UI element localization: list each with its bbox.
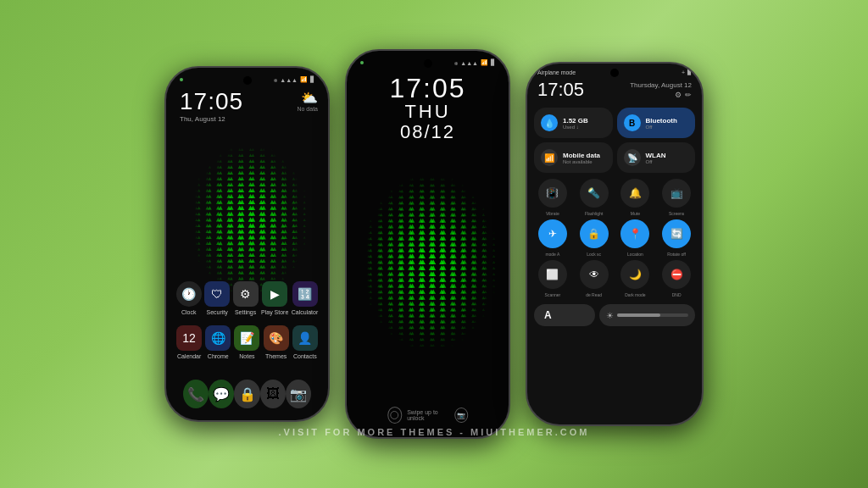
cc-storage-card[interactable]: 💧 1.52 GB Used ↓ (534, 108, 613, 138)
svg-marker-536 (473, 208, 476, 210)
svg-marker-27 (240, 159, 243, 163)
app-calendar[interactable]: 12 Calendar (176, 325, 202, 359)
btn-location[interactable]: 📍 Location (617, 219, 654, 257)
svg-marker-732 (369, 261, 372, 264)
svg-marker-80 (261, 177, 265, 180)
dock-camera[interactable]: 📷 (286, 380, 311, 408)
svg-marker-254 (195, 230, 198, 233)
svg-marker-1031 (453, 338, 455, 341)
app-settings[interactable]: ⚙ Settings (233, 281, 259, 315)
cc-wlan-card[interactable]: 📡 WLAN Off (617, 142, 696, 173)
btn-scanner[interactable]: ⬜ Scanner (534, 260, 571, 297)
home-indicator (387, 407, 402, 424)
dock-gallery[interactable]: 🖼 (260, 380, 286, 408)
svg-marker-292 (283, 236, 287, 239)
svg-marker-3 (238, 148, 241, 151)
svg-marker-389 (272, 265, 275, 269)
svg-marker-374 (292, 259, 294, 262)
svg-marker-991 (400, 326, 403, 330)
svg-marker-2 (230, 148, 232, 151)
app-themes[interactable]: 🎨 Themes (264, 325, 289, 359)
svg-marker-274 (303, 230, 305, 233)
svg-marker-52 (208, 171, 210, 174)
svg-marker-213 (197, 219, 200, 221)
svg-marker-414 (240, 277, 243, 280)
cc-keyboard-toggle[interactable]: A (534, 304, 595, 326)
svg-marker-412 (230, 277, 233, 280)
svg-marker-332 (272, 247, 276, 251)
svg-marker-65 (281, 171, 284, 174)
app-contacts[interactable]: 👤 Contacts (292, 325, 318, 359)
btn-reader[interactable]: 👁 de Read (576, 260, 613, 297)
btn-rotate[interactable]: 🔄 Rotate off (658, 219, 695, 257)
dock-phone[interactable]: 📞 (183, 380, 209, 408)
settings-icon-right[interactable]: ⚙ (675, 91, 682, 99)
left-time: 17:05 Thu, August 12 (180, 88, 243, 123)
cc-bluetooth-card[interactable]: B Bluetooth Off (617, 108, 696, 138)
svg-marker-51 (206, 172, 209, 175)
svg-marker-653 (483, 237, 487, 240)
svg-marker-229 (283, 218, 287, 221)
app-calculator[interactable]: 🔢 Calculator (292, 281, 319, 315)
mobiledata-sub: Not available (563, 159, 600, 164)
phones-container: ⎈ ▲▲▲ 📶 ▊ 17:05 Thu, August 12 ⛅ No data (156, 0, 712, 488)
svg-marker-340 (208, 253, 211, 257)
cc-brightness-control[interactable]: ☀ (599, 304, 695, 326)
svg-marker-125 (294, 189, 297, 191)
svg-marker-255 (197, 230, 200, 233)
weather-text: No data (297, 106, 318, 112)
punch-hole-right (610, 69, 619, 77)
svg-marker-371 (272, 259, 275, 263)
dock-lock[interactable]: 🔒 (234, 380, 259, 408)
edit-icon-right[interactable]: ✏ (685, 91, 692, 99)
cc-buttons-row3: ⬜ Scanner 👁 de Read 🌙 Dark mode ⛔ DND (527, 260, 702, 297)
svg-marker-11 (227, 154, 230, 157)
svg-marker-390 (281, 265, 284, 268)
svg-marker-460 (431, 184, 435, 187)
svg-marker-358 (205, 259, 208, 262)
svg-marker-359 (208, 259, 211, 262)
storage-sub: Used ↓ (563, 125, 588, 130)
svg-marker-539 (379, 214, 382, 217)
svg-marker-107 (198, 189, 200, 191)
left-date-display: Thu, August 12 (180, 115, 243, 123)
app-chrome[interactable]: 🌐 Chrome (205, 325, 231, 359)
svg-marker-516 (473, 202, 476, 204)
center-date: 08/12 (389, 122, 465, 142)
btn-mute[interactable]: 🔔 Mute (617, 179, 654, 216)
btn-lockscreen[interactable]: 🔒 Lock sc (576, 219, 613, 257)
btn-dnd[interactable]: ⛔ DND (658, 260, 695, 297)
svg-marker-497 (471, 196, 474, 198)
btn-darkmode[interactable]: 🌙 Dark mode (617, 260, 654, 297)
btn-airplane[interactable]: ✈ mode A (534, 219, 571, 257)
svg-marker-294 (294, 236, 298, 239)
svg-marker-191 (197, 213, 200, 215)
cc-mobiledata-card[interactable]: 📶 Mobile data Not available (534, 142, 613, 173)
btn-vibrate[interactable]: 📳 Vibrate (534, 179, 571, 216)
camera-shortcut[interactable]: 📷 (455, 408, 469, 423)
svg-marker-355 (292, 253, 295, 256)
svg-marker-313 (283, 241, 287, 245)
svg-marker-8 (262, 148, 264, 151)
svg-marker-1017 (452, 332, 455, 335)
app-security[interactable]: 🛡 Security (204, 281, 230, 315)
svg-marker-478 (452, 190, 455, 192)
svg-marker-64 (272, 171, 275, 175)
svg-marker-338 (198, 254, 200, 257)
svg-marker-66 (283, 171, 286, 174)
svg-marker-498 (379, 202, 381, 204)
app-notes[interactable]: 📝 Notes (234, 325, 259, 359)
svg-marker-706 (369, 255, 372, 258)
svg-marker-807 (369, 279, 372, 282)
svg-marker-5 (248, 148, 251, 151)
btn-flashlight[interactable]: 🔦 Flashlight (576, 179, 613, 216)
svg-marker-356 (294, 254, 297, 257)
svg-marker-40 (229, 165, 232, 169)
app-grid: 🕐 Clock 🛡 Security ⚙ Settings ▶ Play Sto… (166, 281, 328, 369)
app-row-1: 🕐 Clock 🛡 Security ⚙ Settings ▶ Play Sto… (175, 281, 320, 315)
app-clock[interactable]: 🕐 Clock (176, 281, 202, 315)
btn-screens[interactable]: 📺 Screens (658, 179, 695, 216)
app-playstore[interactable]: ▶ Play Store (261, 281, 288, 315)
dock-messages[interactable]: 💬 (209, 380, 234, 408)
right-time: 17:05 (537, 79, 584, 101)
